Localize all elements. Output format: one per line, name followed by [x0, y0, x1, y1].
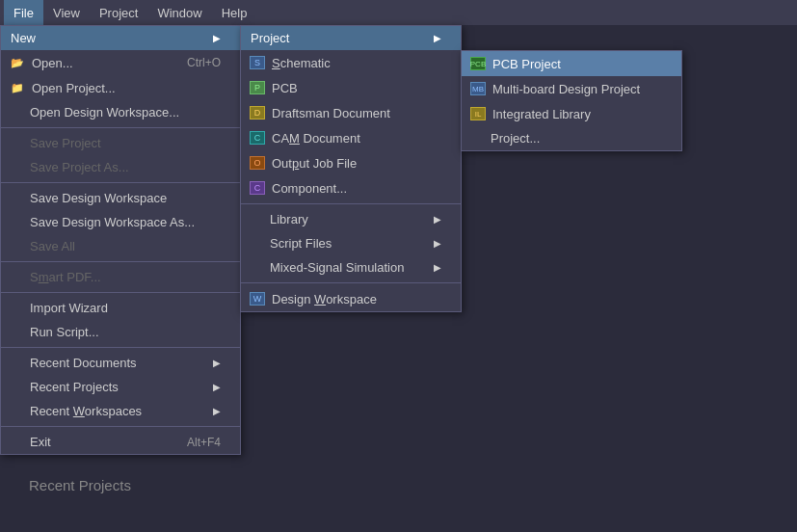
menu-item-save-project: Save Project	[1, 131, 240, 155]
menubar-item-help[interactable]: Help	[212, 0, 257, 25]
menu-item-save-workspace[interactable]: Save Design Workspace	[1, 186, 240, 210]
submenu-arrow-project: ▶	[414, 33, 441, 43]
submenu-item-project[interactable]: Project ▶	[241, 26, 461, 50]
menu-item-smart-pdf: Smart PDF...	[1, 265, 240, 289]
menu-item-open[interactable]: 📂 Open... Ctrl+O	[1, 50, 240, 75]
new-separator-2	[241, 282, 461, 283]
draftsman-icon: D	[249, 105, 266, 120]
project-submenu-dropdown: PCB PCB Project MB Multi-board Design Pr…	[461, 50, 682, 151]
submenu-item-project-generic[interactable]: Project...	[462, 126, 681, 150]
submenu-item-integrated-lib[interactable]: IL Integrated Library	[462, 101, 681, 126]
separator-3	[1, 261, 240, 262]
open-icon: 📂	[9, 55, 26, 70]
separator-5	[1, 347, 240, 348]
submenu-arrow-library: ▶	[414, 214, 441, 225]
menubar-item-file[interactable]: File	[4, 0, 43, 25]
menu-item-save-workspace-as[interactable]: Save Design Workspace As...	[1, 210, 240, 234]
submenu-arrow-recent-projects: ▶	[194, 382, 221, 392]
submenu-arrow-script-files: ▶	[414, 238, 441, 249]
submenu-item-output-job[interactable]: O Output Job File	[241, 150, 461, 175]
menu-item-save-all: Save All	[1, 234, 240, 258]
recent-projects-label: Recent Projects	[29, 477, 131, 493]
pcb-project-icon: PCB	[469, 56, 487, 71]
pcb-icon: P	[249, 80, 266, 95]
submenu-item-schematic[interactable]: S Schematic	[241, 50, 461, 75]
menu-item-save-project-as: Save Project As...	[1, 155, 240, 179]
workspace-icon: W	[249, 291, 266, 306]
separator-4	[1, 292, 240, 293]
separator-2	[1, 182, 240, 183]
submenu-item-library[interactable]: Library ▶	[241, 207, 461, 231]
separator-1	[1, 127, 240, 128]
component-icon: C	[249, 180, 266, 196]
menu-item-open-project[interactable]: 📁 Open Project...	[1, 75, 240, 100]
submenu-item-mixed-signal[interactable]: Mixed-Signal Simulation ▶	[241, 255, 461, 279]
menubar: File View Project Window Help	[0, 0, 797, 25]
menu-item-run-script[interactable]: Run Script...	[1, 320, 240, 344]
menu-item-open-workspace[interactable]: Open Design Workspace...	[1, 100, 240, 124]
submenu-item-draftsman[interactable]: D Draftsman Document	[241, 100, 461, 125]
intlib-icon: IL	[469, 106, 487, 121]
menu-item-recent-docs[interactable]: Recent Documents ▶	[1, 351, 240, 375]
menubar-item-project[interactable]: Project	[90, 0, 147, 25]
output-icon: O	[249, 155, 266, 171]
submenu-item-pcb[interactable]: P PCB	[241, 75, 461, 100]
cam-icon: C	[249, 130, 266, 146]
open-project-icon: 📁	[9, 80, 26, 95]
menubar-item-view[interactable]: View	[43, 0, 90, 25]
submenu-arrow-recent-workspaces: ▶	[194, 406, 221, 416]
menubar-item-window[interactable]: Window	[147, 0, 211, 25]
menu-item-import-wizard[interactable]: Import Wizard	[1, 296, 240, 320]
menu-item-new[interactable]: New ▶	[1, 26, 240, 50]
new-separator-1	[241, 203, 461, 204]
submenu-item-multiboard[interactable]: MB Multi-board Design Project	[462, 76, 681, 101]
submenu-item-component[interactable]: C Component...	[241, 175, 461, 200]
file-menu-dropdown: New ▶ 📂 Open... Ctrl+O 📁 Open Project...…	[0, 25, 241, 455]
separator-6	[1, 426, 240, 427]
multiboard-icon: MB	[469, 81, 487, 96]
menu-item-recent-projects[interactable]: Recent Projects ▶	[1, 375, 240, 399]
new-submenu-dropdown: Project ▶ S Schematic P PCB D Draftsman …	[240, 25, 462, 312]
menu-item-exit[interactable]: Exit Alt+F4	[1, 430, 240, 454]
submenu-item-script-files[interactable]: Script Files ▶	[241, 231, 461, 255]
submenu-arrow-recent-docs: ▶	[194, 358, 221, 368]
menu-item-recent-workspaces[interactable]: Recent Workspaces ▶	[1, 399, 240, 423]
schematic-icon: S	[249, 55, 266, 70]
submenu-item-pcb-project[interactable]: PCB PCB Project	[462, 51, 681, 76]
submenu-arrow-new: ▶	[194, 33, 221, 43]
submenu-item-design-workspace[interactable]: W Design Workspace	[241, 286, 461, 311]
submenu-arrow-mixed-signal: ▶	[414, 262, 441, 273]
submenu-item-cam[interactable]: C CAM Document	[241, 125, 461, 150]
